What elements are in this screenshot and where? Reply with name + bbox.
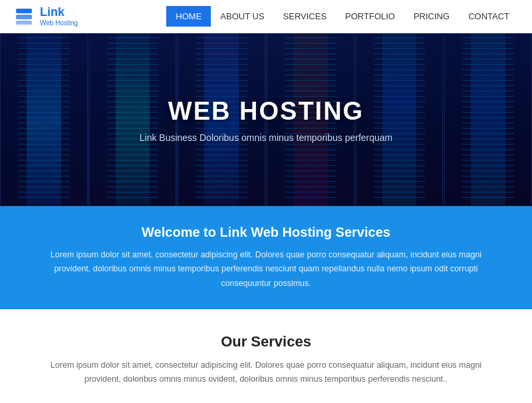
nav-item-portfolio[interactable]: PORTFOLIO (336, 6, 404, 27)
nav-item-about-us[interactable]: ABOUT US (211, 6, 273, 27)
logo-icon (13, 6, 35, 27)
svg-rect-1 (16, 15, 32, 19)
main-nav: HOMEABOUT USSERVICESPORTFOLIOPRICINGCONT… (166, 6, 519, 27)
header: Link Web Hosting HOMEABOUT USSERVICESPOR… (0, 0, 532, 33)
hero-subtitle: Link Business Doloribus omnis minus temp… (140, 132, 393, 143)
nav-item-pricing[interactable]: PRICING (404, 6, 459, 27)
svg-rect-0 (16, 9, 32, 13)
services-section: Our Services Lorem ipsum dolor sit amet,… (0, 309, 532, 403)
hero-content: WEB HOSTING Link Business Doloribus omni… (140, 97, 393, 143)
nav-item-contact[interactable]: CONTACT (459, 6, 519, 27)
services-body: Lorem ipsum dolor sit amet, consectetur … (47, 358, 485, 387)
welcome-body: Lorem ipsum dolor sit amet, consectetur … (40, 248, 492, 291)
hero-title: WEB HOSTING (140, 97, 393, 126)
logo-text: Link Web Hosting (40, 6, 78, 27)
services-heading: Our Services (27, 333, 505, 350)
nav-item-home[interactable]: HOME (166, 6, 211, 27)
logo: Link Web Hosting (13, 6, 78, 27)
svg-rect-2 (16, 21, 32, 25)
hero-section: WEB HOSTING Link Business Doloribus omni… (0, 33, 532, 206)
logo-subtitle: Web Hosting (40, 19, 78, 27)
nav-item-services[interactable]: SERVICES (274, 6, 336, 27)
welcome-heading: Welcome to Link Web Hosting Services (40, 225, 492, 240)
logo-name: Link (40, 6, 78, 19)
welcome-section: Welcome to Link Web Hosting Services Lor… (0, 206, 532, 309)
